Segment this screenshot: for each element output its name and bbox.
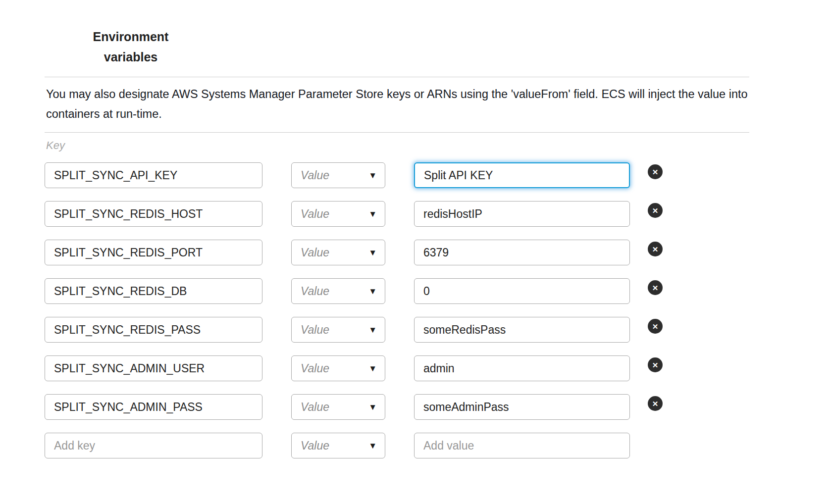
top-divider [45,77,749,77]
env-key-input[interactable] [45,317,262,343]
add-env-var-row: Value ▼ [45,433,749,458]
chevron-down-icon: ▼ [368,171,377,180]
env-key-input[interactable] [45,278,262,304]
env-var-row: Value ▼ ✕ [45,278,749,304]
key-column-label: Key [46,139,749,152]
env-type-select[interactable]: Value ▼ [291,394,385,420]
add-value-input[interactable] [414,433,630,458]
chevron-down-icon: ▼ [368,326,377,334]
remove-x-icon: ✕ [648,280,663,295]
chevron-down-icon: ▼ [368,442,377,450]
remove-row-button[interactable]: ✕ [648,396,663,411]
remove-row-button[interactable]: ✕ [648,242,663,256]
env-type-select[interactable]: Value ▼ [291,355,385,381]
env-type-select-label: Value [301,401,329,414]
env-type-select[interactable]: Value ▼ [291,278,385,304]
chevron-down-icon: ▼ [368,287,377,296]
env-value-input[interactable] [414,317,630,343]
remove-x-icon: ✕ [648,396,663,411]
env-var-row: Value ▼ ✕ [45,317,749,343]
env-key-input[interactable] [45,355,262,381]
env-value-input[interactable] [414,240,630,265]
add-type-select-label: Value [301,439,329,453]
env-value-input[interactable] [414,355,630,381]
env-var-row: Value ▼ ✕ [45,162,749,188]
env-type-select-label: Value [301,207,329,221]
chevron-down-icon: ▼ [368,403,377,411]
env-type-select[interactable]: Value ▼ [291,162,385,188]
env-type-select-label: Value [301,323,329,337]
remove-x-icon: ✕ [648,203,663,218]
env-value-input[interactable] [414,394,630,420]
env-value-input[interactable] [414,201,630,227]
chevron-down-icon: ▼ [368,249,377,257]
remove-x-icon: ✕ [648,319,663,334]
section-label-line2: variables [89,47,172,67]
remove-row-button[interactable]: ✕ [648,319,663,334]
chevron-down-icon: ▼ [368,210,377,218]
environment-variables-section: Environment variables You may also desig… [0,0,831,504]
env-var-rows: Value ▼ ✕ Value ▼ ✕ Value ▼ ✕ Value [45,162,749,420]
env-type-select-label: Value [301,246,329,259]
env-key-input[interactable] [45,162,262,188]
env-type-select-label: Value [301,362,329,375]
add-type-select[interactable]: Value ▼ [291,433,385,458]
env-key-input[interactable] [45,240,262,265]
env-type-select-label: Value [301,285,329,298]
help-text: You may also designate AWS Systems Manag… [46,84,749,124]
add-key-input[interactable] [45,433,262,458]
env-var-row: Value ▼ ✕ [45,240,749,265]
mid-divider [45,132,749,133]
remove-row-button[interactable]: ✕ [648,280,663,295]
env-var-row: Value ▼ ✕ [45,394,749,420]
environment-variables-content: You may also designate AWS Systems Manag… [45,77,749,471]
remove-x-icon: ✕ [648,357,663,372]
remove-x-icon: ✕ [648,242,663,256]
env-key-input[interactable] [45,201,262,227]
env-var-row: Value ▼ ✕ [45,355,749,381]
env-type-select[interactable]: Value ▼ [291,201,385,227]
env-type-select[interactable]: Value ▼ [291,240,385,265]
env-value-input[interactable] [414,162,630,188]
remove-row-button[interactable]: ✕ [648,203,663,218]
chevron-down-icon: ▼ [368,364,377,373]
env-value-input[interactable] [414,278,630,304]
env-type-select[interactable]: Value ▼ [291,317,385,343]
env-key-input[interactable] [45,394,262,420]
remove-row-button[interactable]: ✕ [648,164,663,179]
section-label: Environment variables [89,27,172,67]
section-label-line1: Environment [89,27,172,47]
env-var-row: Value ▼ ✕ [45,201,749,227]
remove-x-icon: ✕ [648,164,663,179]
remove-row-button[interactable]: ✕ [648,357,663,372]
env-type-select-label: Value [301,169,329,182]
